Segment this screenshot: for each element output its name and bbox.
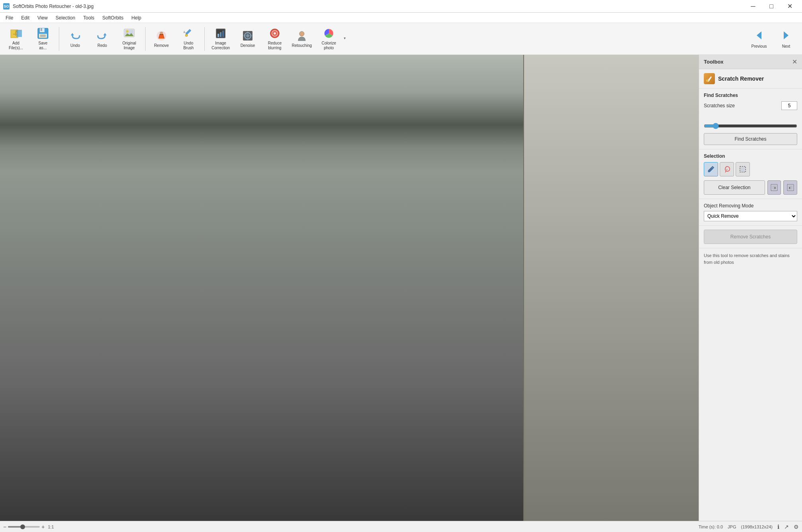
previous-button[interactable]: Previous — [746, 25, 772, 52]
colorize-photo-button[interactable]: Colorizephoto — [316, 25, 342, 52]
zoom-slider[interactable] — [8, 526, 40, 528]
image-correction-button[interactable]: ImageCorrection — [208, 25, 233, 52]
save-as-icon — [37, 27, 49, 40]
svg-point-176 — [179, 488, 231, 514]
denoise-button[interactable]: Denoise — [235, 25, 260, 52]
menu-tools[interactable]: Tools — [79, 14, 98, 22]
svg-rect-69 — [108, 239, 158, 423]
svg-point-38 — [264, 55, 408, 120]
contract-selection-button[interactable] — [783, 180, 797, 195]
svg-rect-51 — [632, 107, 634, 488]
svg-point-170 — [489, 349, 512, 365]
image-area[interactable] — [0, 55, 699, 521]
undo-brush-button[interactable]: UndoBrush — [176, 25, 201, 52]
svg-point-74 — [167, 231, 217, 262]
image-correction-label: ImageCorrection — [212, 41, 230, 50]
object-removing-mode-select[interactable]: Quick Remove Inpainting Background Fill — [704, 211, 797, 221]
save-as-button[interactable]: Saveas... — [30, 25, 56, 52]
svg-point-91 — [219, 322, 236, 339]
svg-point-68 — [109, 185, 156, 214]
previous-label: Previous — [752, 44, 767, 49]
svg-line-174 — [454, 153, 468, 482]
svg-rect-49 — [586, 94, 588, 482]
svg-marker-70 — [124, 245, 140, 265]
menu-selection[interactable]: Selection — [52, 14, 79, 22]
next-label: Next — [782, 44, 790, 49]
next-button[interactable]: Next — [773, 25, 799, 52]
menu-view[interactable]: View — [33, 14, 52, 22]
title-bar: SO SoftOrbits Photo Retoucher - old-3.jp… — [0, 0, 802, 13]
svg-point-39 — [369, 55, 474, 104]
svg-point-81 — [203, 332, 213, 342]
svg-point-71 — [149, 409, 235, 449]
svg-point-144 — [461, 242, 468, 249]
toolbar-sep-2 — [145, 27, 146, 51]
clear-selection-button[interactable]: Clear Selection — [704, 180, 765, 195]
add-files-button[interactable]: AddFile(s)... — [3, 25, 29, 52]
info-icon[interactable]: ℹ — [777, 524, 779, 530]
menu-help[interactable]: Help — [128, 14, 146, 22]
reduce-blurring-button[interactable]: Reduceblurring — [262, 25, 287, 52]
menu-softorbits[interactable]: SoftOrbits — [98, 14, 127, 22]
svg-point-12 — [126, 30, 128, 33]
svg-point-29 — [274, 32, 276, 35]
pencil-select-button[interactable] — [704, 162, 718, 176]
svg-point-145 — [474, 248, 481, 255]
remove-scratches-button[interactable]: Remove Scratches — [704, 230, 797, 244]
svg-marker-33 — [784, 31, 788, 39]
svg-point-60 — [76, 237, 84, 246]
selection-action-row: Clear Selection — [704, 180, 797, 195]
svg-rect-63 — [57, 396, 71, 488]
toolbox-close-button[interactable]: ✕ — [792, 58, 797, 66]
original-image-button[interactable]: OriginalImage — [117, 25, 142, 52]
svg-rect-3 — [15, 32, 16, 36]
undo-brush-icon — [182, 27, 195, 40]
svg-rect-34 — [0, 55, 699, 521]
toolbar-sep-1 — [59, 27, 59, 51]
minimize-button[interactable]: ─ — [744, 0, 762, 13]
time-label: Time (s): 0.0 — [699, 524, 723, 529]
scratches-size-slider[interactable] — [704, 123, 797, 129]
svg-rect-129 — [348, 357, 413, 365]
svg-point-55 — [37, 271, 110, 521]
svg-point-149 — [474, 268, 481, 275]
retouching-button[interactable]: Retouching — [289, 25, 315, 52]
previous-arrow-icon — [753, 29, 765, 43]
close-button[interactable]: ✕ — [781, 0, 799, 13]
svg-point-164 — [461, 340, 468, 347]
redo-button[interactable]: Redo — [89, 25, 115, 52]
svg-rect-182 — [741, 167, 745, 171]
menu-file[interactable]: File — [2, 14, 17, 22]
settings-icon[interactable]: ⚙ — [794, 524, 799, 530]
scratches-size-input[interactable] — [781, 101, 797, 110]
menu-edit[interactable]: Edit — [17, 14, 33, 22]
share-icon[interactable]: ↗ — [784, 524, 789, 530]
svg-rect-138 — [425, 232, 497, 462]
lasso-select-button[interactable] — [720, 162, 734, 176]
find-scratches-button[interactable]: Find Scratches — [704, 133, 797, 145]
svg-point-41 — [67, 55, 185, 193]
maximize-button[interactable]: □ — [762, 0, 781, 13]
svg-point-160 — [461, 321, 468, 327]
svg-marker-130 — [370, 278, 390, 298]
zoom-out-button[interactable]: − — [3, 524, 6, 530]
svg-point-59 — [63, 237, 71, 246]
original-image-icon — [123, 27, 136, 40]
zoom-in-button[interactable]: + — [41, 524, 45, 530]
status-left: − + 1:1 — [3, 524, 54, 530]
format-label: JPG — [728, 524, 736, 529]
svg-point-82 — [163, 358, 174, 368]
toolbox-panel: Toolbox ✕ Scratch Remover Find Scratches… — [699, 55, 802, 521]
rect-select-button[interactable] — [736, 162, 750, 176]
svg-point-127 — [354, 229, 406, 263]
colorize-dropdown-arrow[interactable]: ▼ — [343, 37, 346, 40]
svg-point-143 — [448, 248, 454, 255]
undo-button[interactable]: Undo — [62, 25, 88, 52]
remove-button[interactable]: Remove — [149, 25, 174, 52]
expand-selection-button[interactable] — [767, 180, 781, 195]
svg-rect-99 — [274, 252, 340, 468]
scratches-size-slider-container — [704, 114, 797, 129]
svg-point-161 — [474, 327, 481, 334]
redo-label: Redo — [97, 43, 107, 48]
svg-rect-98 — [249, 449, 268, 521]
